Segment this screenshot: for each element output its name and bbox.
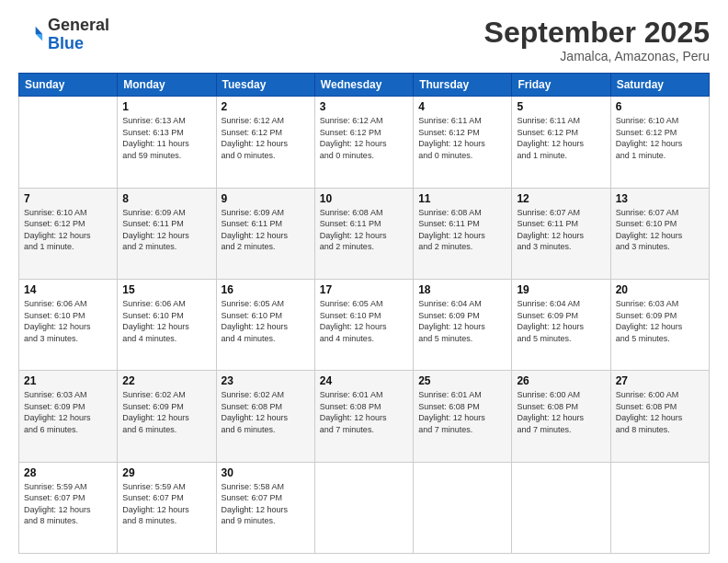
calendar-table: Sunday Monday Tuesday Wednesday Thursday… xyxy=(18,73,710,554)
header-friday: Friday xyxy=(512,74,610,97)
day-info: Sunrise: 6:06 AM Sunset: 6:10 PM Dayligh… xyxy=(24,298,112,344)
day-info: Sunrise: 5:59 AM Sunset: 6:07 PM Dayligh… xyxy=(122,481,210,527)
calendar-cell: 6Sunrise: 6:10 AM Sunset: 6:12 PM Daylig… xyxy=(610,97,709,188)
calendar-cell: 13Sunrise: 6:07 AM Sunset: 6:10 PM Dayli… xyxy=(610,188,709,279)
calendar-cell: 30Sunrise: 5:58 AM Sunset: 6:07 PM Dayli… xyxy=(216,462,314,553)
day-number: 15 xyxy=(122,283,210,296)
calendar-cell: 25Sunrise: 6:01 AM Sunset: 6:08 PM Dayli… xyxy=(414,371,512,462)
day-number: 26 xyxy=(517,374,605,387)
day-info: Sunrise: 6:05 AM Sunset: 6:10 PM Dayligh… xyxy=(222,298,310,344)
calendar-cell: 15Sunrise: 6:06 AM Sunset: 6:10 PM Dayli… xyxy=(118,279,216,370)
day-info: Sunrise: 6:13 AM Sunset: 6:13 PM Dayligh… xyxy=(122,115,210,161)
header-thursday: Thursday xyxy=(414,74,512,97)
logo: General Blue xyxy=(18,17,109,53)
page-header: General Blue September 2025 Jamalca, Ama… xyxy=(18,17,710,63)
location-subtitle: Jamalca, Amazonas, Peru xyxy=(484,49,710,63)
calendar-cell: 3Sunrise: 6:12 AM Sunset: 6:12 PM Daylig… xyxy=(314,97,413,188)
day-info: Sunrise: 6:08 AM Sunset: 6:11 PM Dayligh… xyxy=(320,207,408,253)
day-number: 4 xyxy=(418,100,506,113)
day-number: 14 xyxy=(24,283,112,296)
day-number: 22 xyxy=(122,374,210,387)
day-number: 20 xyxy=(616,283,704,296)
day-info: Sunrise: 6:01 AM Sunset: 6:08 PM Dayligh… xyxy=(320,389,408,435)
day-number: 5 xyxy=(517,100,605,113)
day-number: 7 xyxy=(24,192,112,205)
calendar-cell: 21Sunrise: 6:03 AM Sunset: 6:09 PM Dayli… xyxy=(19,371,118,462)
header-monday: Monday xyxy=(118,74,216,97)
day-info: Sunrise: 5:59 AM Sunset: 6:07 PM Dayligh… xyxy=(24,481,112,527)
calendar-cell: 27Sunrise: 6:00 AM Sunset: 6:08 PM Dayli… xyxy=(610,371,709,462)
calendar-cell xyxy=(610,462,709,553)
calendar-page: General Blue September 2025 Jamalca, Ama… xyxy=(0,0,728,563)
day-number: 17 xyxy=(320,283,408,296)
day-info: Sunrise: 6:02 AM Sunset: 6:09 PM Dayligh… xyxy=(122,389,210,435)
day-number: 1 xyxy=(122,100,210,113)
calendar-cell: 19Sunrise: 6:04 AM Sunset: 6:09 PM Dayli… xyxy=(512,279,610,370)
day-info: Sunrise: 6:11 AM Sunset: 6:12 PM Dayligh… xyxy=(418,115,506,161)
day-number: 8 xyxy=(122,192,210,205)
calendar-cell: 29Sunrise: 5:59 AM Sunset: 6:07 PM Dayli… xyxy=(118,462,216,553)
day-number: 25 xyxy=(418,374,506,387)
calendar-cell: 4Sunrise: 6:11 AM Sunset: 6:12 PM Daylig… xyxy=(414,97,512,188)
day-number: 16 xyxy=(222,283,310,296)
calendar-week-row: 7Sunrise: 6:10 AM Sunset: 6:12 PM Daylig… xyxy=(19,188,710,279)
calendar-cell: 8Sunrise: 6:09 AM Sunset: 6:11 PM Daylig… xyxy=(118,188,216,279)
day-info: Sunrise: 6:07 AM Sunset: 6:10 PM Dayligh… xyxy=(616,207,704,253)
day-info: Sunrise: 6:02 AM Sunset: 6:08 PM Dayligh… xyxy=(222,389,310,435)
logo-general: General xyxy=(48,16,109,34)
day-info: Sunrise: 6:04 AM Sunset: 6:09 PM Dayligh… xyxy=(418,298,506,344)
day-number: 19 xyxy=(517,283,605,296)
logo-text: General Blue xyxy=(48,17,109,53)
logo-icon xyxy=(18,22,44,48)
day-number: 2 xyxy=(222,100,310,113)
day-info: Sunrise: 6:03 AM Sunset: 6:09 PM Dayligh… xyxy=(24,389,112,435)
day-number: 6 xyxy=(616,100,704,113)
day-number: 3 xyxy=(320,100,408,113)
calendar-cell: 20Sunrise: 6:03 AM Sunset: 6:09 PM Dayli… xyxy=(610,279,709,370)
day-number: 30 xyxy=(222,466,310,479)
calendar-cell: 12Sunrise: 6:07 AM Sunset: 6:11 PM Dayli… xyxy=(512,188,610,279)
calendar-cell: 7Sunrise: 6:10 AM Sunset: 6:12 PM Daylig… xyxy=(19,188,118,279)
day-info: Sunrise: 6:03 AM Sunset: 6:09 PM Dayligh… xyxy=(616,298,704,344)
day-info: Sunrise: 6:00 AM Sunset: 6:08 PM Dayligh… xyxy=(616,389,704,435)
calendar-cell: 11Sunrise: 6:08 AM Sunset: 6:11 PM Dayli… xyxy=(414,188,512,279)
day-number: 27 xyxy=(616,374,704,387)
day-number: 11 xyxy=(418,192,506,205)
calendar-cell: 28Sunrise: 5:59 AM Sunset: 6:07 PM Dayli… xyxy=(19,462,118,553)
weekday-header-row: Sunday Monday Tuesday Wednesday Thursday… xyxy=(19,74,710,97)
calendar-cell: 17Sunrise: 6:05 AM Sunset: 6:10 PM Dayli… xyxy=(314,279,413,370)
svg-marker-0 xyxy=(36,26,42,33)
calendar-cell: 16Sunrise: 6:05 AM Sunset: 6:10 PM Dayli… xyxy=(216,279,314,370)
day-info: Sunrise: 6:09 AM Sunset: 6:11 PM Dayligh… xyxy=(122,207,210,253)
month-title: September 2025 xyxy=(484,17,710,49)
calendar-week-row: 14Sunrise: 6:06 AM Sunset: 6:10 PM Dayli… xyxy=(19,279,710,370)
day-info: Sunrise: 6:10 AM Sunset: 6:12 PM Dayligh… xyxy=(616,115,704,161)
day-info: Sunrise: 6:01 AM Sunset: 6:08 PM Dayligh… xyxy=(418,389,506,435)
calendar-cell xyxy=(314,462,413,553)
calendar-cell xyxy=(19,97,118,188)
day-number: 10 xyxy=(320,192,408,205)
logo-blue: Blue xyxy=(48,34,84,52)
calendar-cell: 26Sunrise: 6:00 AM Sunset: 6:08 PM Dayli… xyxy=(512,371,610,462)
header-saturday: Saturday xyxy=(610,74,709,97)
day-number: 12 xyxy=(517,192,605,205)
day-info: Sunrise: 5:58 AM Sunset: 6:07 PM Dayligh… xyxy=(222,481,310,527)
day-info: Sunrise: 6:07 AM Sunset: 6:11 PM Dayligh… xyxy=(517,207,605,253)
day-number: 28 xyxy=(24,466,112,479)
calendar-cell: 24Sunrise: 6:01 AM Sunset: 6:08 PM Dayli… xyxy=(314,371,413,462)
day-number: 29 xyxy=(122,466,210,479)
day-info: Sunrise: 6:12 AM Sunset: 6:12 PM Dayligh… xyxy=(320,115,408,161)
day-info: Sunrise: 6:04 AM Sunset: 6:09 PM Dayligh… xyxy=(517,298,605,344)
day-number: 23 xyxy=(222,374,310,387)
day-number: 9 xyxy=(222,192,310,205)
header-wednesday: Wednesday xyxy=(314,74,413,97)
day-info: Sunrise: 6:00 AM Sunset: 6:08 PM Dayligh… xyxy=(517,389,605,435)
header-tuesday: Tuesday xyxy=(216,74,314,97)
calendar-cell: 14Sunrise: 6:06 AM Sunset: 6:10 PM Dayli… xyxy=(19,279,118,370)
calendar-cell: 5Sunrise: 6:11 AM Sunset: 6:12 PM Daylig… xyxy=(512,97,610,188)
header-sunday: Sunday xyxy=(19,74,118,97)
calendar-week-row: 21Sunrise: 6:03 AM Sunset: 6:09 PM Dayli… xyxy=(19,371,710,462)
day-number: 24 xyxy=(320,374,408,387)
calendar-week-row: 28Sunrise: 5:59 AM Sunset: 6:07 PM Dayli… xyxy=(19,462,710,553)
day-info: Sunrise: 6:10 AM Sunset: 6:12 PM Dayligh… xyxy=(24,207,112,253)
